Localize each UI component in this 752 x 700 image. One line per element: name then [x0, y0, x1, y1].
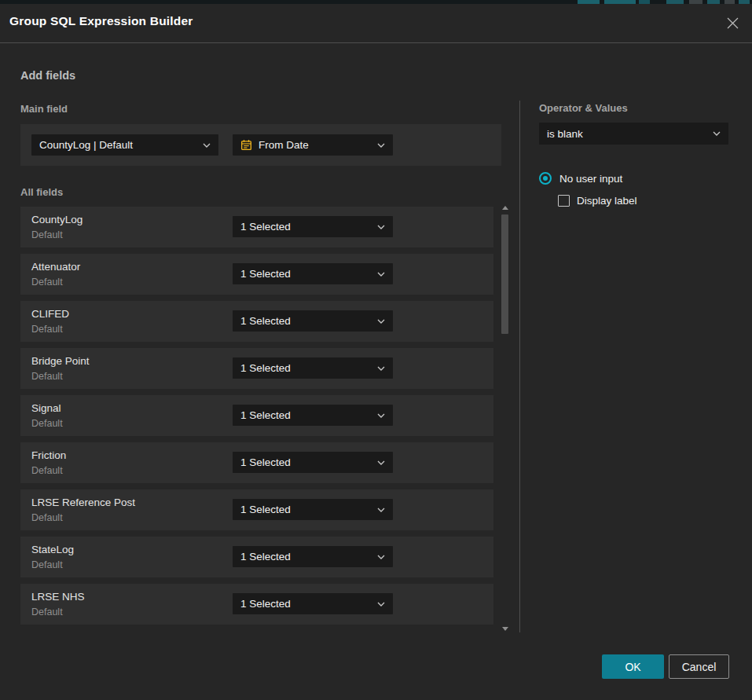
operator-dropdown[interactable]: is blank — [539, 123, 728, 145]
field-subtitle: Default — [31, 229, 63, 240]
main-field-panel: CountyLog | Default From Date — [20, 124, 501, 166]
no-user-input-label: No user input — [559, 173, 622, 185]
add-fields-heading: Add fields — [20, 69, 75, 82]
cancel-button[interactable]: Cancel — [669, 654, 729, 679]
field-name: Friction — [31, 449, 66, 461]
field-name: Signal — [31, 402, 61, 414]
layer-select-dropdown[interactable]: CountyLog | Default — [31, 134, 218, 156]
scroll-up-arrow-icon[interactable] — [502, 206, 508, 210]
all-fields-label: All fields — [20, 186, 63, 198]
field-subtitle: Default — [31, 512, 63, 523]
operator-value: is blank — [547, 128, 708, 140]
group-sql-expression-builder-dialog: Group SQL Expression Builder Add fields … — [0, 4, 752, 700]
field-selection-value: 1 Selected — [240, 504, 372, 515]
field-row: LRSE NHS Default 1 Selected — [20, 584, 493, 625]
field-selection-value: 1 Selected — [240, 268, 372, 280]
field-selection-dropdown[interactable]: 1 Selected — [233, 452, 393, 473]
field-row: CountyLog Default 1 Selected — [20, 207, 493, 247]
field-selection-value: 1 Selected — [240, 456, 372, 468]
field-selection-dropdown[interactable]: 1 Selected — [233, 310, 393, 332]
field-name: LRSE NHS — [31, 591, 85, 603]
dialog-title: Group SQL Expression Builder — [9, 14, 193, 28]
display-label-checkbox-row[interactable]: Display label — [558, 195, 637, 207]
chevron-down-icon — [377, 272, 385, 277]
field-select-dropdown[interactable]: From Date — [233, 134, 393, 156]
field-row: Friction Default 1 Selected — [20, 442, 493, 483]
field-selection-value: 1 Selected — [240, 362, 372, 374]
screen: Group SQL Expression Builder Add fields … — [0, 0, 752, 700]
list-scrollbar[interactable] — [501, 203, 510, 634]
dialog-header: Group SQL Expression Builder — [0, 4, 752, 43]
field-row: Bridge Point Default 1 Selected — [20, 348, 493, 389]
all-fields-list: CountyLog Default 1 Selected Attenuator … — [20, 207, 493, 631]
chevron-down-icon — [377, 143, 385, 148]
field-selection-dropdown[interactable]: 1 Selected — [233, 216, 393, 237]
field-selection-dropdown[interactable]: 1 Selected — [233, 357, 393, 379]
layer-select-value: CountyLog | Default — [39, 139, 198, 151]
field-selection-dropdown[interactable]: 1 Selected — [233, 546, 393, 567]
field-row: LRSE Reference Post Default 1 Selected — [20, 489, 493, 530]
field-row: CLIFED Default 1 Selected — [20, 301, 493, 342]
operator-values-label: Operator & Values — [539, 102, 628, 114]
chevron-down-icon — [713, 131, 721, 136]
field-name: Bridge Point — [31, 355, 90, 367]
chevron-down-icon — [377, 366, 385, 371]
chevron-down-icon — [377, 413, 385, 418]
chevron-down-icon — [377, 225, 385, 229]
field-name: CLIFED — [31, 308, 69, 320]
field-selection-dropdown[interactable]: 1 Selected — [233, 499, 393, 520]
chevron-down-icon — [377, 460, 385, 465]
ok-button[interactable]: OK — [602, 654, 664, 679]
panel-divider — [519, 101, 520, 632]
close-icon — [726, 16, 739, 30]
chevron-down-icon — [377, 319, 385, 324]
field-subtitle: Default — [31, 324, 63, 335]
chevron-down-icon — [377, 555, 385, 559]
field-subtitle: Default — [31, 607, 63, 618]
display-label-label: Display label — [577, 195, 637, 207]
radio-icon[interactable] — [539, 172, 552, 185]
main-field-label: Main field — [20, 103, 68, 115]
field-subtitle: Default — [31, 371, 63, 382]
chevron-down-icon — [377, 508, 385, 512]
field-selection-dropdown[interactable]: 1 Selected — [233, 405, 393, 426]
checkbox-icon[interactable] — [558, 195, 570, 207]
field-selection-dropdown[interactable]: 1 Selected — [233, 263, 393, 284]
field-row: StateLog Default 1 Selected — [20, 537, 493, 577]
field-row: Attenuator Default 1 Selected — [20, 254, 493, 295]
field-subtitle: Default — [31, 277, 63, 288]
field-select-value: From Date — [259, 139, 372, 151]
field-name: CountyLog — [31, 214, 83, 225]
field-selection-value: 1 Selected — [240, 598, 372, 610]
scrollbar-thumb[interactable] — [501, 214, 508, 334]
field-selection-value: 1 Selected — [240, 409, 372, 421]
field-name: Attenuator — [31, 261, 80, 273]
field-subtitle: Default — [31, 418, 63, 429]
field-row: Signal Default 1 Selected — [20, 395, 493, 436]
field-selection-value: 1 Selected — [240, 315, 372, 327]
no-user-input-radio[interactable]: No user input — [539, 172, 622, 185]
field-name: StateLog — [31, 544, 74, 555]
date-calendar-icon — [240, 139, 252, 151]
chevron-down-icon — [203, 143, 211, 148]
scroll-down-arrow-icon[interactable] — [502, 627, 508, 631]
chevron-down-icon — [377, 602, 385, 607]
field-selection-dropdown[interactable]: 1 Selected — [233, 593, 393, 614]
field-selection-value: 1 Selected — [240, 551, 372, 563]
field-subtitle: Default — [31, 559, 63, 570]
close-button[interactable] — [724, 14, 741, 31]
field-subtitle: Default — [31, 465, 63, 476]
field-name: LRSE Reference Post — [31, 497, 135, 508]
field-selection-value: 1 Selected — [240, 221, 372, 233]
